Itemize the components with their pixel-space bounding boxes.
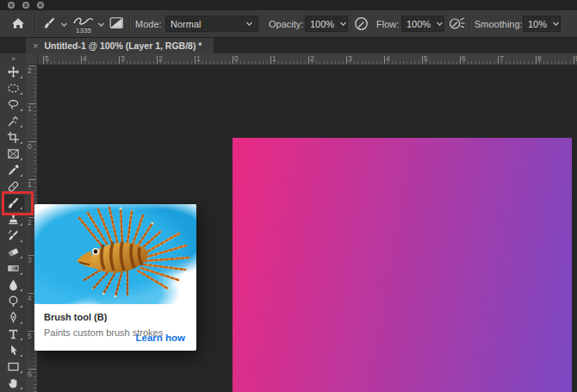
hruler-label: 0	[234, 54, 239, 63]
flyout-indicator	[20, 370, 22, 373]
learn-how-link[interactable]: Learn how	[135, 333, 185, 343]
brush-tool-tooltip: Brush tool (B) Paints custom brush strok…	[34, 204, 196, 351]
hruler-label: 4	[83, 54, 87, 63]
flow-select[interactable]: 100%	[401, 16, 444, 32]
hruler-label: 5	[45, 54, 49, 63]
frame-tool[interactable]	[2, 146, 24, 162]
current-tool-brush-icon[interactable]	[43, 16, 56, 29]
ruler-corner	[26, 53, 38, 65]
vruler-label: 1	[28, 180, 32, 189]
crop-icon	[7, 131, 20, 144]
object-selection-tool[interactable]	[2, 113, 24, 129]
document-canvas[interactable]	[233, 138, 572, 392]
vruler-label: 2	[28, 66, 32, 75]
type-tool[interactable]	[2, 326, 24, 342]
flyout-indicator	[20, 109, 22, 111]
separator	[469, 15, 471, 33]
vruler-label: 4	[28, 294, 32, 302]
gradient-tool[interactable]	[2, 260, 24, 277]
smoothing-value: 10%	[528, 19, 547, 29]
smoothing-label: Smoothing:	[475, 19, 523, 29]
brush-icon	[7, 196, 20, 209]
blur-tool[interactable]	[2, 277, 24, 293]
eraser-tool[interactable]	[2, 244, 24, 260]
home-icon[interactable]	[10, 16, 26, 30]
vruler-label: 3	[28, 256, 32, 264]
clone-stamp-tool[interactable]	[2, 211, 24, 227]
eyedropper-icon	[7, 164, 20, 177]
tooltip-title: Brush tool (B)	[44, 312, 187, 322]
blur-icon	[7, 278, 20, 291]
path-selection-tool[interactable]	[2, 342, 24, 358]
window-titlebar	[0, 0, 577, 10]
brush-tool[interactable]	[2, 195, 24, 211]
airbrush-icon[interactable]	[449, 16, 466, 30]
brush-preset-icon[interactable]	[72, 16, 96, 26]
wand-icon	[7, 115, 20, 128]
toolbar-expand-button[interactable]: »	[11, 53, 15, 64]
eyedropper-tool[interactable]	[2, 162, 24, 178]
tab-close-icon[interactable]: ×	[33, 41, 38, 51]
hruler-label: 4	[386, 54, 390, 63]
clone-icon	[7, 213, 20, 226]
window-minimize-button[interactable]	[22, 2, 29, 9]
opacity-select[interactable]: 100%	[305, 16, 348, 32]
opacity-label: Opacity:	[269, 19, 303, 29]
flow-value: 100%	[406, 19, 431, 29]
type-icon	[7, 327, 20, 340]
blend-mode-select[interactable]: Normal	[165, 16, 258, 32]
window-close-button[interactable]	[8, 2, 15, 9]
hruler-label: 8	[537, 54, 542, 63]
hruler-label: 3	[348, 54, 352, 63]
tablet-pressure-opacity-icon[interactable]	[353, 16, 369, 31]
flow-label: Flow:	[376, 19, 399, 29]
document-tab-bar: × Untitled-1 @ 100% (Layer 1, RGB/8) *	[0, 38, 577, 53]
hruler-label: 3	[121, 54, 125, 63]
spot-healing-brush-tool[interactable]	[2, 178, 24, 195]
healing-icon	[7, 180, 20, 193]
pen-icon	[7, 311, 20, 324]
eraser-icon	[7, 246, 20, 258]
flyout-indicator	[20, 207, 22, 209]
vruler-label: 1	[28, 104, 32, 113]
hruler-label: 1	[272, 54, 276, 63]
brush-preset-size: 1335	[71, 27, 96, 34]
pen-tool[interactable]	[2, 309, 24, 326]
vruler-label: 2	[28, 218, 32, 227]
crop-tool[interactable]	[2, 129, 24, 146]
flyout-indicator	[20, 272, 22, 275]
hruler-label: 1	[196, 54, 201, 63]
opacity-value: 100%	[310, 19, 334, 29]
history-brush-tool[interactable]	[2, 227, 24, 244]
rectangle-tool[interactable]	[2, 358, 24, 375]
document-tab[interactable]: × Untitled-1 @ 100% (Layer 1, RGB/8) *	[26, 38, 214, 53]
flyout-indicator	[20, 240, 22, 242]
flyout-indicator	[20, 174, 22, 177]
marquee-tool[interactable]	[2, 80, 24, 96]
brush-preset-chevron-icon[interactable]	[97, 22, 105, 28]
tool-preset-chevron-icon[interactable]	[60, 22, 68, 28]
hand-tool[interactable]	[2, 375, 24, 391]
horizontal-ruler: 543210123456789	[38, 53, 577, 65]
window-zoom-button[interactable]	[37, 2, 44, 9]
tools-list	[2, 64, 24, 391]
smoothing-select[interactable]: 10%	[523, 16, 561, 32]
lasso-tool[interactable]	[2, 96, 24, 113]
marquee-icon	[7, 82, 20, 95]
flyout-indicator	[20, 321, 22, 324]
chevron-down-icon	[552, 22, 560, 27]
frame-icon	[7, 147, 20, 160]
dodge-tool[interactable]	[2, 293, 24, 309]
toggle-brush-settings-panel-icon[interactable]	[109, 16, 124, 29]
flyout-indicator	[20, 158, 22, 160]
chevron-down-icon	[339, 22, 347, 27]
hruler-label: 2	[158, 54, 163, 63]
rectangle-icon	[7, 360, 20, 373]
hand-icon	[7, 376, 20, 389]
lionfish-illustration	[34, 204, 196, 304]
tooltip-image	[34, 204, 196, 304]
move-tool[interactable]	[2, 64, 24, 80]
photoshop-window: 1335 Mode: Normal Opacity: 100% Flow: 10…	[0, 0, 577, 392]
mode-label: Mode:	[135, 19, 162, 29]
vruler-label: 5	[28, 332, 32, 340]
